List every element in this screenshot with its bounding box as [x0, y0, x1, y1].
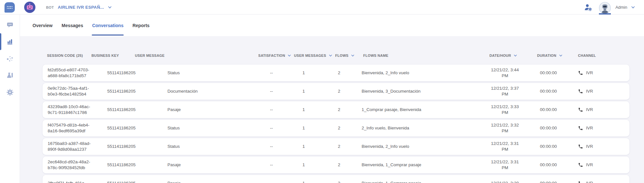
user-management-icon[interactable] [584, 3, 592, 12]
cell-flows: 2 [317, 107, 362, 113]
sidebar-item-conversations[interactable] [0, 16, 20, 33]
cell-date-hour: 12/21/22, 3:44 PM [487, 67, 523, 78]
scatter-icon [6, 55, 14, 63]
cell-date-hour: 12/21/22, 3:37 PM [487, 86, 523, 97]
cell-satisfaction: -- [252, 162, 291, 168]
cell-channel: IVR [574, 107, 624, 113]
tab-reports[interactable]: Reports [132, 15, 150, 36]
tab-messages[interactable]: Messages [61, 15, 83, 36]
table-row[interactable]: f4075479-d81b-4eb4-8a16-9edf695a39df 551… [43, 120, 630, 137]
sidebar-item-insights[interactable] [0, 50, 20, 67]
cell-session-code: 0e9c72dc-75aa-4af1-b0e3-f6cbe14825b4 [48, 86, 99, 97]
phone-icon [578, 107, 583, 112]
cell-user-messages: 1 [291, 144, 317, 149]
active-user-indicator [599, 13, 611, 15]
cell-user-messages: 1 [291, 162, 317, 168]
conversations-panel: SESSION CODE (25) BUSINESS KEY USER MESS… [20, 36, 644, 183]
column-header-business-key: BUSINESS KEY [91, 54, 135, 57]
cell-channel: IVR [574, 162, 624, 168]
table-row[interactable]: 43239ad8-10c0-46ac-9c71-9118467c1786 551… [43, 101, 630, 118]
cell-channel: IVR [574, 181, 624, 183]
bot-name: AIRLINE IVR ESPAÑ... [58, 5, 104, 10]
sidebar [0, 15, 20, 183]
cell-date-hour: 12/21/22, 3:31 PM [487, 159, 523, 170]
column-header-channel: CHANNEL [578, 54, 624, 57]
gear-icon [6, 88, 14, 96]
admin-label: Admin [615, 5, 627, 10]
chevron-down-icon [631, 6, 635, 9]
chevron-down-icon [514, 55, 517, 57]
column-header-user-messages[interactable]: USER MESSAGES [294, 54, 335, 57]
main-area: Overview Messages Conversations Reports … [20, 15, 644, 183]
table-row[interactable]: 1675ba83-a387-48ad-890f-9d8d08aa1237 551… [43, 138, 630, 155]
cell-satisfaction: -- [252, 107, 291, 113]
sidebar-item-settings[interactable] [0, 84, 20, 101]
tab-overview[interactable]: Overview [32, 15, 53, 36]
cell-user-messages: 1 [291, 88, 317, 94]
tabs-bar: Overview Messages Conversations Reports [20, 15, 644, 36]
cell-satisfaction: -- [252, 180, 291, 183]
cell-date-hour: 12/21/22, 3:31 PM [487, 141, 523, 152]
column-header-session-code: SESSION CODE (25) [47, 54, 91, 57]
cell-flows-name: Bienvenida, 1_Comprar pasaje [362, 162, 487, 168]
cell-channel: IVR [574, 70, 624, 76]
cell-satisfaction: -- [252, 70, 291, 76]
cell-flows-name: 2_Info vuelo, Bienvenida [362, 125, 487, 131]
column-header-flows[interactable]: FLOWS [335, 54, 363, 57]
channel-label: IVR [586, 181, 593, 183]
lab-icon [6, 72, 14, 79]
cell-flows-name: 1_Comprar pasaje, Bienvenida [362, 107, 487, 113]
column-header-user-message: USER MESSAGE [135, 54, 258, 57]
channel-label: IVR [586, 70, 593, 76]
cell-user-messages: 1 [291, 107, 317, 113]
cell-user-message: Pasaje [167, 180, 252, 183]
cell-duration: 00:00:00 [523, 180, 574, 183]
cell-business-key: 551141186205 [107, 88, 167, 94]
table-row[interactable]: 0e9c72dc-75aa-4af1-b0e3-f6cbe14825b4 551… [43, 83, 630, 100]
cell-date-hour: 12/21/22, 3:32 PM [487, 122, 523, 134]
chevron-down-icon [288, 55, 291, 57]
table-row[interactable]: 2ec648cd-d92a-48a2-b78c-90f928452fdb 551… [43, 157, 630, 173]
cell-satisfaction: -- [252, 88, 291, 94]
cell-duration: 00:00:00 [523, 125, 574, 131]
topbar: BOT AIRLINE IVR ESPAÑ... [0, 0, 644, 15]
channel-label: IVR [586, 89, 593, 94]
cell-duration: 00:00:00 [523, 162, 574, 168]
cell-user-message: Status [167, 144, 252, 149]
table-row[interactable]: fd2d55cd-e807-4703-a688-bfa8c171bd57 551… [43, 65, 630, 81]
column-header-satisfaction[interactable]: SATISFACTION [258, 54, 294, 57]
table-header: SESSION CODE (25) BUSINESS KEY USER MESS… [42, 49, 630, 62]
table-row[interactable]: 2fbe9f71-fafb-401a- 551141186205 Pasaje … [43, 175, 630, 183]
cell-flows: 2 [317, 88, 362, 94]
cell-user-message: Status [167, 125, 252, 131]
phone-icon [578, 144, 583, 149]
channel-label: IVR [586, 107, 593, 113]
cell-duration: 00:00:00 [523, 107, 574, 113]
admin-menu[interactable]: Admin [599, 0, 635, 15]
cell-flows: 2 [317, 70, 362, 76]
table-body: fd2d55cd-e807-4703-a688-bfa8c171bd57 551… [43, 65, 630, 183]
bot-type-label: BOT [46, 5, 54, 9]
bar-chart-icon [6, 38, 14, 46]
cell-duration: 00:00:00 [523, 70, 574, 76]
cell-satisfaction: -- [252, 144, 291, 149]
phone-icon [578, 70, 583, 76]
admin-avatar [599, 2, 611, 14]
cell-user-message: Status [167, 70, 252, 76]
phone-icon [578, 162, 583, 168]
tab-conversations[interactable]: Conversations [92, 15, 124, 36]
column-header-duration[interactable]: DURATION [537, 54, 578, 57]
phone-icon [578, 181, 583, 183]
chevron-down-icon [329, 55, 332, 57]
sidebar-item-lab[interactable] [0, 67, 20, 84]
topbar-right: Admin [584, 0, 635, 15]
cell-session-code: 2ec648cd-d92a-48a2-b78c-90f928452fdb [48, 159, 99, 170]
bot-selector[interactable]: BOT AIRLINE IVR ESPAÑ... [24, 0, 112, 15]
bot-avatar-icon [24, 2, 35, 13]
sidebar-item-analytics[interactable] [0, 33, 20, 50]
cell-user-message: Pasaje [167, 107, 252, 113]
app-logo[interactable] [5, 2, 15, 13]
cell-user-message: Pasaje [167, 162, 252, 168]
app-window: BOT AIRLINE IVR ESPAÑ... [0, 0, 644, 183]
column-header-date-hour[interactable]: DATE/HOUR [489, 54, 537, 57]
